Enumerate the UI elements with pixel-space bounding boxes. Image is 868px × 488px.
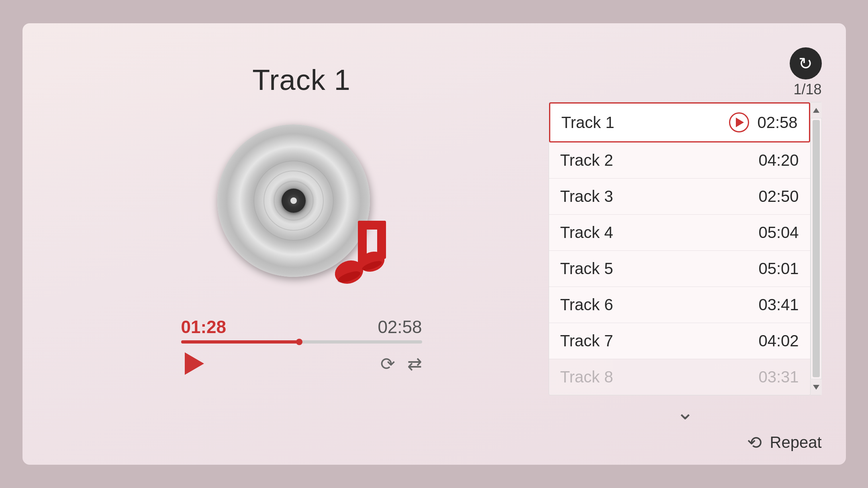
time-row: 01:28 02:58 (181, 317, 422, 337)
track-list-wrapper: Track 1 02:58Track 204:20Track 302:50Tra… (549, 102, 822, 395)
play-button[interactable] (181, 352, 205, 376)
track-duration: 04:02 (758, 332, 799, 350)
music-note-icon (322, 213, 390, 293)
track-duration: 02:58 (757, 114, 797, 132)
repeat-mode-icon[interactable]: ⟳ (380, 354, 395, 374)
bottom-arrow-area: ⌄ (549, 400, 822, 424)
now-playing-title: Track 1 (252, 63, 350, 96)
scroll-up-button[interactable] (811, 102, 822, 118)
controls-area: 01:28 02:58 ⟳ ⇄ (181, 317, 422, 376)
repeat-label[interactable]: Repeat (770, 433, 822, 451)
track-name: Track 5 (560, 260, 759, 278)
track-play-icon (729, 112, 749, 132)
cd-center (282, 189, 306, 213)
cd-hole (290, 197, 297, 204)
bottom-bar: ⟲ Repeat (747, 432, 822, 453)
track-list: Track 1 02:58Track 204:20Track 302:50Tra… (549, 102, 811, 395)
track-name: Track 4 (560, 224, 759, 242)
album-art (213, 116, 390, 293)
track-duration: 03:31 (758, 368, 799, 386)
scroll-down-button[interactable] (811, 379, 822, 395)
track-item[interactable]: Track 505:01 (549, 251, 810, 287)
play-icon (185, 352, 204, 375)
track-item[interactable]: Track 803:31 (549, 359, 810, 395)
track-duration: 03:41 (758, 296, 799, 314)
track-item[interactable]: Track 1 02:58 (549, 102, 810, 142)
track-item[interactable]: Track 204:20 (549, 142, 810, 179)
track-item[interactable]: Track 704:02 (549, 323, 810, 359)
track-duration: 04:20 (758, 151, 799, 169)
track-item[interactable]: Track 302:50 (549, 179, 810, 215)
track-name: Track 3 (560, 187, 759, 205)
track-name: Track 8 (560, 368, 759, 386)
top-right-controls: ↺ 1/18 (549, 47, 822, 98)
track-name: Track 6 (560, 296, 759, 314)
scroll-up-icon (813, 108, 819, 113)
progress-bar[interactable] (181, 340, 422, 344)
scroll-down-icon (813, 385, 819, 390)
repeat-icon: ⟲ (747, 432, 762, 453)
shuffle-icon[interactable]: ⇄ (407, 354, 422, 374)
page-counter: 1/18 (790, 81, 822, 98)
back-button[interactable]: ↺ (790, 47, 822, 79)
screen: Track 1 (22, 23, 846, 465)
back-icon: ↺ (799, 54, 813, 73)
chevron-down-icon[interactable]: ⌄ (676, 400, 694, 424)
track-duration: 05:04 (758, 224, 799, 242)
time-total: 02:58 (378, 317, 422, 337)
track-name: Track 2 (560, 151, 759, 169)
track-name: Track 7 (560, 332, 759, 350)
scroll-thumb (813, 120, 820, 377)
track-play-triangle (736, 118, 744, 127)
right-panel: ↺ 1/18 Track 1 02:58Track 204:20Track 30… (549, 47, 822, 424)
time-current: 01:28 (181, 317, 227, 337)
track-name: Track 1 (562, 114, 729, 132)
left-panel: Track 1 (55, 47, 549, 376)
track-duration: 05:01 (758, 260, 799, 278)
scrollbar (811, 102, 822, 395)
track-duration: 02:50 (758, 187, 799, 205)
track-item[interactable]: Track 603:41 (549, 287, 810, 323)
progress-dot (296, 339, 302, 345)
track-item[interactable]: Track 405:04 (549, 215, 810, 251)
playback-buttons: ⟳ ⇄ (181, 352, 422, 376)
progress-section: 01:28 02:58 (181, 317, 422, 344)
progress-fill (181, 340, 299, 344)
